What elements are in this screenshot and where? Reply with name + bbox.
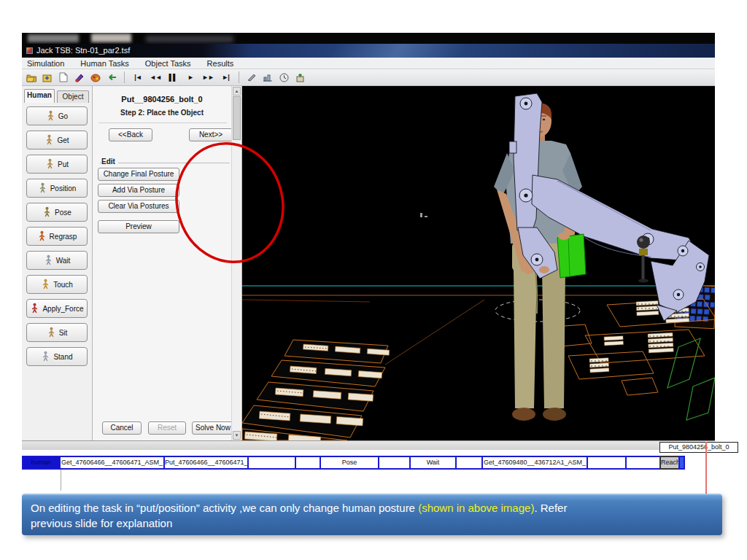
window-title-bar[interactable]: Jack TSB: Stn-01_par2.tsf [22,44,715,58]
task-button-apply-force[interactable]: Apply_Force [26,299,88,318]
task-button-regrasp[interactable]: Regrasp [26,227,88,246]
person-wait-icon [44,254,53,267]
timeline-cell-selected[interactable]: Reach [659,456,680,470]
brush-icon[interactable] [73,71,86,84]
task-button-label: Get [57,136,69,144]
task-button-put[interactable]: Put [26,155,88,174]
timeline-cell[interactable] [378,456,411,470]
solve-now-button[interactable]: Solve Now [192,421,234,435]
task-button-pose[interactable]: Pose [26,203,88,222]
caption-highlight: (shown in above image) [418,502,534,514]
preview-button[interactable]: Preview [98,220,179,233]
person-put-icon [45,158,55,171]
toolbar-separator [124,71,125,83]
next-button[interactable]: Next>> [189,128,233,141]
clock-icon[interactable] [277,71,290,84]
new-document-icon[interactable] [57,71,70,84]
task-button-label: Sit [59,329,68,337]
timeline-cell[interactable] [295,456,321,470]
person-get-icon [44,134,54,147]
menu-human-tasks[interactable]: Human Tasks [78,59,131,68]
desktop-artifact [28,34,79,42]
separator [98,122,227,123]
caption-text-line2: previous slide for explanation [31,517,172,529]
import-icon[interactable] [41,71,54,84]
menu-object-tasks[interactable]: Object Tasks [143,59,193,68]
task-button-label: Go [58,112,68,120]
add-via-posture-button[interactable]: Add Via Posture [98,184,179,197]
export-icon[interactable] [293,71,306,84]
timeline-row-header[interactable]: human [22,456,61,470]
window-bottom-strip [22,440,715,450]
timeline-cell[interactable]: Get_47606466__47606471_ASM_ [59,456,165,470]
palette-icon[interactable] [89,71,102,84]
timeline-current-task-label: Put_9804256_bolt_0 [659,442,738,453]
task-button-sit[interactable]: Sit [26,323,88,342]
person-regrasp-icon [37,230,47,243]
timeline-cell-current[interactable] [678,456,685,470]
timeline-playhead[interactable] [705,442,707,494]
task-button-stand[interactable]: Stand [26,347,88,366]
go-to-end-button[interactable]: ►| [218,71,233,84]
step-forward-button[interactable]: ►► [201,71,215,84]
app-icon [26,47,33,54]
window-title: Jack TSB: Stn-01_par2.tsf [36,46,130,55]
task-button-label: Touch [53,281,73,289]
scroll-up-arrow[interactable]: ▲ [233,87,241,96]
task-button-label: Regrasp [50,233,77,241]
viewport-3d[interactable] [242,86,715,440]
play-button[interactable]: ► [183,71,198,84]
person-apply-force-icon [30,303,39,315]
timeline-cell[interactable]: Wait [409,456,457,470]
viewport-3d-scene [242,86,715,440]
panel-scrollbar[interactable]: ▲ ▼ [231,86,241,440]
task-button-position[interactable]: Position [26,179,88,198]
task-button-label: Wait [56,257,71,265]
tab-human[interactable]: Human [24,89,55,103]
timeline-cell[interactable] [587,456,627,470]
step-back-button[interactable]: ◄◄ [148,71,163,84]
task-button-label: Position [50,184,77,192]
timeline-cell[interactable] [455,456,483,470]
timeline-cell[interactable] [247,456,296,470]
undo-arrow-icon[interactable] [105,71,118,84]
timeline-cell[interactable]: Put_47606466__47606471_ASM_ [163,456,249,470]
task-button-touch[interactable]: Touch [26,275,88,294]
scroll-down-arrow[interactable]: ▼ [233,431,241,440]
snapshot-icon[interactable] [245,71,258,84]
desktop-artifact [91,34,131,42]
analysis-icon[interactable] [261,71,274,84]
open-icon[interactable] [25,71,38,84]
task-type-panel: Human Object GoGetPutPositionPoseRegrasp… [22,86,93,440]
menu-simulation[interactable]: Simulation [25,59,66,68]
task-button-label: Pose [55,209,71,217]
menu-bar: Simulation Human Tasks Object Tasks Resu… [22,58,715,69]
back-button[interactable]: <<Back [109,128,152,141]
person-stand-icon [41,351,50,363]
task-button-label: Apply_Force [42,305,83,313]
task-button-wait[interactable]: Wait [26,251,88,270]
task-button-go[interactable]: Go [26,106,88,125]
scroll-thumb[interactable] [233,96,241,140]
titlebar-sheen [330,44,498,58]
edit-group-label: Edit [101,158,118,166]
menu-results[interactable]: Results [205,59,236,68]
timeline-cell[interactable] [625,456,661,470]
person-pose-icon [42,206,52,219]
task-button-label: Stand [53,353,72,361]
task-title: Put__9804256_bolt_0 [93,95,231,104]
timeline-cell[interactable]: Pose [320,456,379,470]
task-wizard-panel: Put__9804256_bolt_0 Step 2: Place the Ob… [93,86,242,440]
task-button-get[interactable]: Get [26,131,88,149]
reset-button[interactable]: Reset [148,421,186,435]
change-final-posture-button[interactable]: Change Final Posture [98,168,179,181]
clear-via-postures-button[interactable]: Clear Via Postures [98,200,179,213]
timeline-cell[interactable]: Get_47609480__436712A1_ASM_ [481,456,588,470]
go-to-start-button[interactable]: |◄ [131,71,145,84]
caption-text: . Refer [534,502,567,514]
pause-button[interactable]: ▌▌ [166,71,180,84]
person-touch-icon [41,279,50,291]
cancel-button[interactable]: Cancel [102,421,142,435]
tab-object[interactable]: Object [57,90,89,103]
toolbar-separator [239,71,239,83]
